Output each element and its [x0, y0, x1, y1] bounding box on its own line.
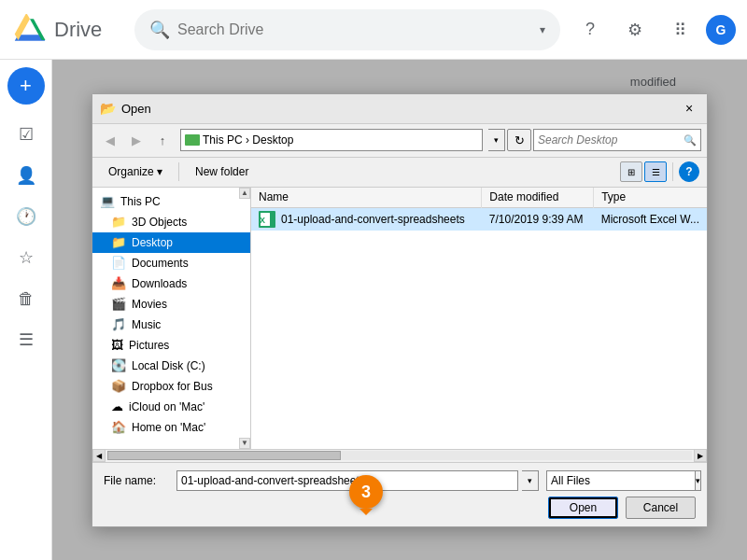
gear-icon: ⚙: [627, 20, 642, 40]
content-pane: Name Date modified Type: [251, 188, 707, 449]
open-btn[interactable]: Open: [548, 497, 618, 519]
nav-item-label-3d: 3D Objects: [132, 216, 187, 229]
search-bar: 🔍 ▾: [134, 9, 560, 50]
new-folder-label: New folder: [195, 165, 248, 178]
new-folder-btn[interactable]: New folder: [187, 161, 257, 182]
nav-item-desktop[interactable]: 📁 Desktop: [92, 232, 250, 253]
folder-3d-icon: 📁: [111, 215, 126, 229]
view-grid-icon: ⊞: [627, 167, 635, 177]
nav-item-label-documents: Documents: [132, 257, 189, 270]
dialog-close-btn[interactable]: ×: [679, 98, 699, 119]
col-date[interactable]: Date modified: [482, 188, 594, 208]
apps-icon-btn[interactable]: ⠿: [661, 11, 698, 49]
nav-item-label-icloud: iCloud on 'Mac': [129, 400, 204, 413]
disk-icon: 💽: [111, 358, 126, 372]
back-btn[interactable]: ◀: [98, 129, 122, 151]
filetype-dropdown-btn[interactable]: ▾: [696, 470, 701, 491]
sidebar-item-recent[interactable]: 🕐: [7, 198, 45, 235]
nav-scroll-down[interactable]: ▼: [239, 438, 250, 449]
up-btn[interactable]: ↑: [150, 129, 175, 151]
pc-icon: 💻: [100, 194, 115, 208]
dialog-file-icon: 📂: [100, 101, 116, 116]
view-grid-btn[interactable]: ⊞: [620, 161, 642, 182]
cancel-btn-label: Cancel: [643, 501, 678, 514]
dialog-help-btn[interactable]: ?: [679, 161, 699, 182]
nav-scroll-up[interactable]: ▲: [239, 188, 250, 199]
sidebar-item-trash[interactable]: 🗑: [7, 280, 45, 317]
folder-desktop-icon: 📁: [111, 235, 126, 249]
forward-btn[interactable]: ▶: [124, 129, 148, 151]
search-box: 🔍: [533, 129, 701, 151]
cancel-btn[interactable]: Cancel: [626, 497, 696, 519]
network-icon: 🏠: [111, 420, 126, 434]
nav-item-music[interactable]: 🎵 Music: [92, 315, 250, 335]
view-list-btn[interactable]: ☰: [644, 161, 667, 182]
nav-item-3d-objects[interactable]: 📁 3D Objects: [92, 212, 250, 232]
search-dropdown-icon: ▾: [540, 23, 545, 36]
sidebar-item-starred[interactable]: ☆: [7, 239, 45, 276]
search-input[interactable]: [177, 21, 532, 38]
nav-item-label-pictures: Pictures: [129, 339, 169, 352]
file-name-text: 01-upload-and-convert-spreadsheets: [281, 213, 465, 226]
new-button[interactable]: +: [7, 67, 45, 105]
filetype-wrapper: ▾: [546, 470, 696, 491]
folder-docs-icon: 📄: [111, 256, 126, 270]
addr-dropdown-btn[interactable]: ▾: [488, 129, 505, 151]
hscrollbar-area: ◀ ▶: [92, 449, 707, 462]
nav-item-icloud[interactable]: ☁ iCloud on 'Mac': [92, 397, 250, 417]
nav-item-label-movies: Movies: [132, 298, 167, 311]
avatar-btn[interactable]: G: [706, 15, 736, 45]
addr-refresh-btn[interactable]: ↻: [507, 129, 531, 151]
view-list-icon: ☰: [652, 167, 660, 177]
file-date-cell: 7/10/2019 9:39 AM: [482, 208, 594, 231]
drive-logo-icon: [11, 14, 49, 46]
filename-input[interactable]: [176, 470, 518, 491]
hscroll-thumb[interactable]: [107, 451, 341, 460]
nav-item-label-this-pc: This PC: [120, 195, 161, 208]
open-btn-label: Open: [570, 501, 597, 514]
question-icon: ?: [585, 20, 595, 39]
path-folder-icon: This PC › Desktop: [185, 133, 293, 147]
drive-logo-text: Drive: [54, 18, 102, 42]
nav-item-local-disk[interactable]: 💽 Local Disk (C:): [92, 356, 250, 376]
sidebar-item-storage[interactable]: ☰: [7, 321, 45, 358]
nav-item-movies[interactable]: 🎬 Movies: [92, 294, 250, 315]
dialog-addressbar: ◀ ▶ ↑ This PC › Desktop ▾ ↻ 🔍: [92, 124, 707, 158]
hscroll-right-btn[interactable]: ▶: [694, 449, 707, 462]
nav-item-documents[interactable]: 📄 Documents: [92, 253, 250, 273]
filetype-input[interactable]: [546, 470, 696, 491]
sidebar-item-shared[interactable]: 👤: [7, 157, 45, 194]
nav-item-downloads[interactable]: 📥 Downloads: [92, 273, 250, 294]
filename-row: File name: ▾ ▾: [104, 470, 696, 491]
nav-item-label-disk: Local Disk (C:): [132, 359, 205, 372]
nav-item-label-desktop: Desktop: [132, 236, 173, 249]
file-row[interactable]: X 01-upload-and-convert-spreadsheets 7/1…: [251, 208, 707, 231]
filename-dropdown-btn[interactable]: ▾: [522, 470, 539, 491]
sidebar-item-priority[interactable]: ☑: [7, 116, 45, 153]
drive-main: + ☑ 👤 🕐 ☆ 🗑 ☰ modified 2019 Brian 2019 B…: [0, 60, 747, 560]
grid-icon: ⠿: [674, 20, 686, 40]
toolbar-separator-1: [178, 162, 179, 181]
nav-item-label-downloads: Downloads: [132, 277, 187, 290]
nav-item-this-pc[interactable]: 💻 This PC: [92, 191, 250, 212]
col-type[interactable]: Type: [594, 188, 707, 208]
nav-item-home[interactable]: 🏠 Home on 'Mac': [92, 417, 250, 438]
nav-item-label-music: Music: [132, 318, 161, 331]
settings-icon-btn[interactable]: ⚙: [616, 11, 654, 49]
folder-movies-icon: 🎬: [111, 297, 126, 311]
organize-label: Organize ▾: [108, 165, 162, 178]
dialog-title: Open: [121, 102, 679, 116]
toolbar-separator-2: [672, 162, 673, 181]
dialog-bottom: File name: ▾ ▾ Open: [92, 462, 707, 526]
desktop-search-input[interactable]: [538, 133, 680, 147]
col-name[interactable]: Name: [251, 188, 482, 208]
nav-item-pictures[interactable]: 🖼 Pictures: [92, 335, 250, 356]
nav-pane: ▲ 💻 This PC 📁 3D Objects 📁 Desktop: [92, 188, 251, 449]
drive-logo: Drive: [11, 14, 123, 46]
hscroll-left-btn[interactable]: ◀: [92, 449, 106, 462]
help-icon-btn[interactable]: ?: [571, 11, 609, 49]
drive-topbar: Drive 🔍 ▾ ? ⚙ ⠿ G: [0, 0, 747, 60]
nav-item-dropbox[interactable]: 📦 Dropbox for Bus: [92, 376, 250, 397]
organize-btn[interactable]: Organize ▾: [100, 161, 171, 182]
path-label: This PC › Desktop: [203, 133, 293, 147]
